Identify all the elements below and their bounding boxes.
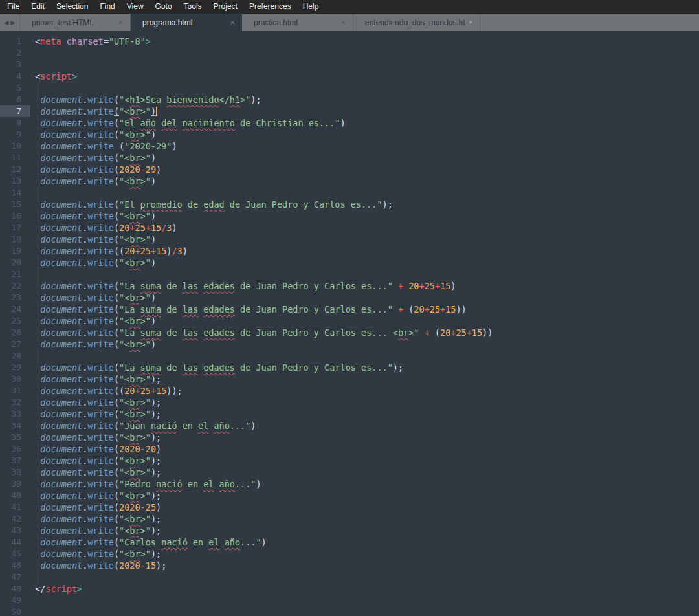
code-line[interactable]: 7 document.write("<br>") <box>0 105 699 117</box>
close-icon[interactable]: × <box>230 18 235 27</box>
code-line[interactable]: 27 document.write("<br>") <box>0 338 699 350</box>
line-number[interactable]: 46 <box>0 560 30 571</box>
line-number[interactable]: 39 <box>0 478 30 490</box>
code-line[interactable]: 35 document.write("<br>"); <box>0 432 699 443</box>
code-line[interactable]: 36 document.write(2020-20) <box>0 443 699 455</box>
line-number[interactable]: 15 <box>0 199 30 210</box>
code-line[interactable]: 45 document.write("<br>"); <box>0 548 699 560</box>
line-number[interactable]: 44 <box>0 536 30 548</box>
tab-practica-html[interactable]: practica.html× <box>242 14 353 31</box>
line-number[interactable]: 21 <box>0 269 30 280</box>
code-line[interactable]: 46 document.write(2020-15); <box>0 560 699 571</box>
code-line[interactable]: 6 document.write("<h1>Sea bienvenido</h1… <box>0 94 699 105</box>
line-number[interactable]: 41 <box>0 501 30 513</box>
code-line[interactable]: 11 document.write("<br>") <box>0 152 699 164</box>
line-number[interactable]: 50 <box>0 606 30 616</box>
line-number[interactable]: 49 <box>0 595 30 606</box>
modified-dot-icon[interactable]: ● <box>469 19 472 25</box>
line-number[interactable]: 7 <box>0 105 30 117</box>
code-line[interactable]: 3 <box>0 59 699 71</box>
code-line[interactable]: 21 <box>0 269 699 280</box>
line-number[interactable]: 17 <box>0 222 30 234</box>
code-line[interactable]: 23 document.write("<br>") <box>0 292 699 303</box>
line-number[interactable]: 37 <box>0 455 30 467</box>
line-number[interactable]: 48 <box>0 583 30 595</box>
code-line[interactable]: 10 document.write ("2020-29") <box>0 140 699 152</box>
line-number[interactable]: 22 <box>0 280 30 292</box>
code-editor[interactable]: 1<meta charset="UTF-8">234<script>56 doc… <box>0 31 699 616</box>
code-line[interactable]: 25 document.write("<br>") <box>0 315 699 327</box>
line-number[interactable]: 26 <box>0 327 30 338</box>
line-number[interactable]: 45 <box>0 548 30 560</box>
code-line[interactable]: 44 document.write("Carlos nació en el añ… <box>0 536 699 548</box>
tab-nav-back-icon[interactable]: ◀ <box>5 19 9 26</box>
menu-item-file[interactable]: File <box>1 0 25 14</box>
code-line[interactable]: 14 <box>0 187 699 199</box>
code-line[interactable]: 34 document.write("Juan nació en el año.… <box>0 420 699 432</box>
line-number[interactable]: 20 <box>0 257 30 269</box>
menu-item-selection[interactable]: Selection <box>50 0 94 14</box>
line-number[interactable]: 10 <box>0 140 30 152</box>
code-line[interactable]: 22 document.write("La suma de las edades… <box>0 280 699 292</box>
line-number[interactable]: 1 <box>0 36 30 47</box>
code-line[interactable]: 32 document.write("<br>"); <box>0 397 699 408</box>
code-line[interactable]: 33 document.write("<br>"); <box>0 408 699 420</box>
code-line[interactable]: 9 document.write("<br>") <box>0 129 699 140</box>
menu-item-edit[interactable]: Edit <box>25 0 50 14</box>
line-number[interactable]: 5 <box>0 82 30 94</box>
line-number[interactable]: 6 <box>0 94 30 105</box>
line-number[interactable]: 33 <box>0 408 30 420</box>
code-line[interactable]: 5 <box>0 82 699 94</box>
code-line[interactable]: 31 document.write((20+25+15)); <box>0 385 699 397</box>
code-line[interactable]: 41 document.write(2020-25) <box>0 501 699 513</box>
code-line[interactable]: 40 document.write("<br>"); <box>0 490 699 501</box>
code-line[interactable]: 28 <box>0 350 699 362</box>
code-line[interactable]: 2 <box>0 47 699 59</box>
code-line[interactable]: 42 document.write("<br>"); <box>0 513 699 525</box>
tab-entendiendo-dos-mundos-html[interactable]: entendiendo_dos_mundos.html● <box>353 14 480 31</box>
line-number[interactable]: 2 <box>0 47 30 59</box>
line-number[interactable]: 27 <box>0 338 30 350</box>
code-line[interactable]: 13 document.write("<br>") <box>0 175 699 187</box>
line-number[interactable]: 11 <box>0 152 30 164</box>
menu-item-help[interactable]: Help <box>297 0 325 14</box>
code-line[interactable]: 26 document.write("La suma de las edades… <box>0 327 699 338</box>
line-number[interactable]: 13 <box>0 175 30 187</box>
code-line[interactable]: 43 document.write("<br>"); <box>0 525 699 536</box>
close-icon[interactable]: × <box>118 18 123 27</box>
menu-item-goto[interactable]: Goto <box>150 0 178 14</box>
tab-primer-test-html[interactable]: primer_test.HTML× <box>19 14 131 31</box>
code-line[interactable]: 4<script> <box>0 71 699 82</box>
line-number[interactable]: 28 <box>0 350 30 362</box>
line-number[interactable]: 34 <box>0 420 30 432</box>
line-number[interactable]: 38 <box>0 467 30 478</box>
tab-programa-html[interactable]: programa.html× <box>131 14 242 31</box>
menu-item-view[interactable]: View <box>121 0 150 14</box>
line-number[interactable]: 25 <box>0 315 30 327</box>
line-number[interactable]: 4 <box>0 71 30 82</box>
line-number[interactable]: 12 <box>0 164 30 175</box>
code-line[interactable]: 24 document.write("La suma de las edades… <box>0 303 699 315</box>
line-number[interactable]: 16 <box>0 210 30 222</box>
code-line[interactable]: 16 document.write("<br>") <box>0 210 699 222</box>
line-number[interactable]: 19 <box>0 245 30 257</box>
line-number[interactable]: 24 <box>0 303 30 315</box>
line-number[interactable]: 14 <box>0 187 30 199</box>
menu-item-preferences[interactable]: Preferences <box>243 0 297 14</box>
line-number[interactable]: 43 <box>0 525 30 536</box>
code-line[interactable]: 38 document.write("<br>"); <box>0 467 699 478</box>
code-line[interactable]: 29 document.write("La suma de las edades… <box>0 362 699 373</box>
code-line[interactable]: 37 document.write("<br>"); <box>0 455 699 467</box>
close-icon[interactable]: × <box>340 18 346 27</box>
line-number[interactable]: 31 <box>0 385 30 397</box>
code-line[interactable]: 18 document.write("<br>") <box>0 234 699 245</box>
code-line[interactable]: 17 document.write(20+25+15/3) <box>0 222 699 234</box>
code-line[interactable]: 1<meta charset="UTF-8"> <box>0 36 699 47</box>
code-line[interactable]: 50 <box>0 606 699 616</box>
line-number[interactable]: 47 <box>0 571 30 583</box>
line-number[interactable]: 42 <box>0 513 30 525</box>
code-line[interactable]: 49 <box>0 595 699 606</box>
code-line[interactable]: 30 document.write("<br>"); <box>0 373 699 385</box>
code-line[interactable]: 8 document.write("El año del nacimiento … <box>0 117 699 129</box>
line-number[interactable]: 3 <box>0 59 30 71</box>
